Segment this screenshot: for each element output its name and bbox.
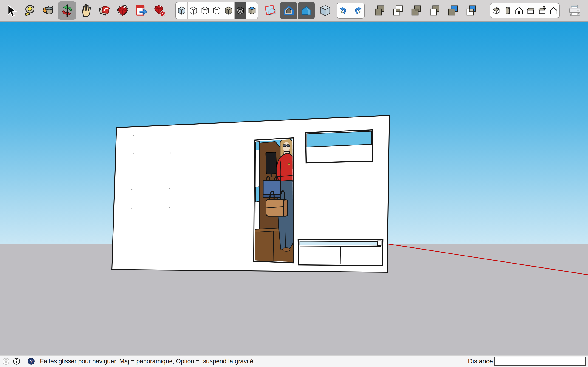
geolocation-button[interactable] bbox=[1, 357, 10, 366]
house-top-icon bbox=[503, 6, 512, 15]
svg-text:?: ? bbox=[30, 359, 33, 364]
display-section-fill[interactable] bbox=[298, 2, 315, 19]
display-section-cuts[interactable] bbox=[280, 2, 297, 19]
paint-bucket-icon bbox=[42, 4, 55, 17]
house-left-icon bbox=[549, 6, 558, 15]
solid-trim-icon bbox=[447, 4, 460, 17]
toolbar-group-history bbox=[337, 2, 364, 19]
sketchup-box-icon bbox=[98, 4, 111, 17]
ruby-box-icon bbox=[116, 4, 129, 17]
view-iso[interactable] bbox=[490, 3, 502, 18]
cube-textured-icon bbox=[235, 6, 245, 15]
section-plane-tool[interactable] bbox=[261, 1, 280, 20]
tape-measure-icon bbox=[23, 4, 36, 17]
xray-mode-button[interactable] bbox=[316, 1, 334, 20]
section-fill-icon bbox=[300, 4, 313, 17]
viewport-3d[interactable] bbox=[0, 22, 588, 355]
toolbar-group-standard-views bbox=[490, 3, 560, 18]
style-back-edges[interactable] bbox=[188, 2, 199, 19]
cube-bluetop-icon bbox=[247, 6, 257, 15]
section-plane-icon bbox=[264, 4, 277, 17]
style-monochrome[interactable] bbox=[246, 2, 258, 19]
solid-intersect-tool[interactable] bbox=[389, 1, 407, 20]
solid-intersect-icon bbox=[391, 4, 405, 17]
window-glass[interactable] bbox=[307, 131, 372, 147]
style-shaded[interactable] bbox=[223, 2, 234, 19]
distance-label: Distance bbox=[468, 358, 493, 365]
solid-subtract-icon bbox=[428, 4, 441, 17]
help-button[interactable]: ? bbox=[27, 357, 36, 366]
necklace bbox=[288, 163, 290, 165]
tape-measure-tool[interactable] bbox=[20, 1, 39, 20]
cube-translucent-icon bbox=[319, 4, 332, 17]
redo-arrow-icon bbox=[353, 6, 362, 15]
view-left[interactable] bbox=[548, 3, 559, 18]
toolbar-group-model-tools bbox=[95, 1, 169, 20]
cursor-icon bbox=[4, 4, 17, 17]
section-cuts-icon bbox=[282, 4, 295, 17]
printer-icon bbox=[568, 4, 581, 17]
wall-window[interactable] bbox=[306, 130, 372, 163]
undo-arrow-icon bbox=[339, 6, 349, 15]
toolbar-group-xray bbox=[316, 1, 334, 20]
orbit-icon bbox=[61, 4, 74, 17]
account-button[interactable] bbox=[586, 1, 588, 20]
solid-split-icon bbox=[465, 4, 478, 17]
house-back-icon bbox=[537, 6, 547, 15]
3d-warehouse-button[interactable] bbox=[95, 1, 113, 20]
sketchup-window: ? Faites glisser pour naviguer. Maj = pa… bbox=[0, 0, 588, 367]
undo-button[interactable] bbox=[337, 3, 351, 18]
cube-hiddenline-icon bbox=[212, 6, 222, 15]
toolbar-group-solid-tools bbox=[371, 1, 481, 20]
style-xray[interactable] bbox=[176, 2, 188, 19]
sideboard-glass-strip[interactable] bbox=[300, 241, 377, 245]
style-hidden-line[interactable] bbox=[211, 2, 223, 19]
extension-warehouse-button[interactable] bbox=[113, 1, 132, 20]
view-front[interactable] bbox=[513, 3, 525, 18]
outer-shell-tool[interactable] bbox=[371, 1, 389, 20]
sideboard-cabinet[interactable] bbox=[298, 239, 383, 266]
wall-opening[interactable] bbox=[254, 138, 294, 263]
measurement-box: Distance bbox=[468, 357, 586, 366]
hand-icon bbox=[79, 4, 93, 17]
style-wireframe[interactable] bbox=[199, 2, 211, 19]
paint-bucket-tool[interactable] bbox=[39, 1, 57, 20]
view-top[interactable] bbox=[502, 3, 513, 18]
send-to-layout-button[interactable] bbox=[132, 1, 150, 20]
cube-wireframe-icon bbox=[200, 6, 210, 15]
select-tool[interactable] bbox=[1, 1, 20, 20]
solid-outer-shell-icon bbox=[373, 4, 386, 17]
house-front-icon bbox=[514, 6, 524, 15]
status-bar: ? Faites glisser pour naviguer. Maj = pa… bbox=[0, 355, 588, 367]
view-right[interactable] bbox=[525, 3, 536, 18]
style-shaded-textures[interactable] bbox=[234, 2, 246, 19]
solid-trim-tool[interactable] bbox=[444, 1, 462, 20]
cube-shaded-icon bbox=[224, 6, 233, 15]
view-back[interactable] bbox=[536, 3, 548, 18]
distance-input[interactable] bbox=[494, 357, 586, 366]
cube-backedges-icon bbox=[189, 6, 198, 15]
toolbar-group-nav-tools bbox=[1, 1, 95, 20]
extension-manager-button[interactable] bbox=[150, 1, 169, 20]
house-iso-icon bbox=[491, 6, 501, 15]
model-info-button[interactable] bbox=[12, 357, 21, 366]
solid-union-tool[interactable] bbox=[407, 1, 426, 20]
solid-subtract-tool[interactable] bbox=[426, 1, 444, 20]
cube-xray-icon bbox=[177, 6, 187, 15]
toolbar-group-account bbox=[586, 1, 588, 20]
ruby-gear-icon bbox=[153, 4, 166, 17]
pan-tool[interactable] bbox=[77, 1, 95, 20]
orbit-tool[interactable] bbox=[58, 1, 76, 20]
redo-button[interactable] bbox=[351, 3, 364, 18]
toolbar-group-section-tools bbox=[261, 1, 315, 20]
house-right-icon bbox=[526, 6, 536, 15]
doc-arrow-icon bbox=[134, 4, 148, 17]
statusbar-divider bbox=[23, 358, 23, 365]
status-message: Faites glisser pour naviguer. Maj = pano… bbox=[40, 358, 468, 365]
solid-union-icon bbox=[410, 4, 423, 17]
wall-tv[interactable] bbox=[266, 152, 277, 177]
solid-split-tool[interactable] bbox=[462, 1, 481, 20]
print-button[interactable] bbox=[565, 1, 584, 20]
toolbar-group-output bbox=[565, 1, 584, 20]
toolbar-group-face-styles bbox=[175, 2, 258, 19]
